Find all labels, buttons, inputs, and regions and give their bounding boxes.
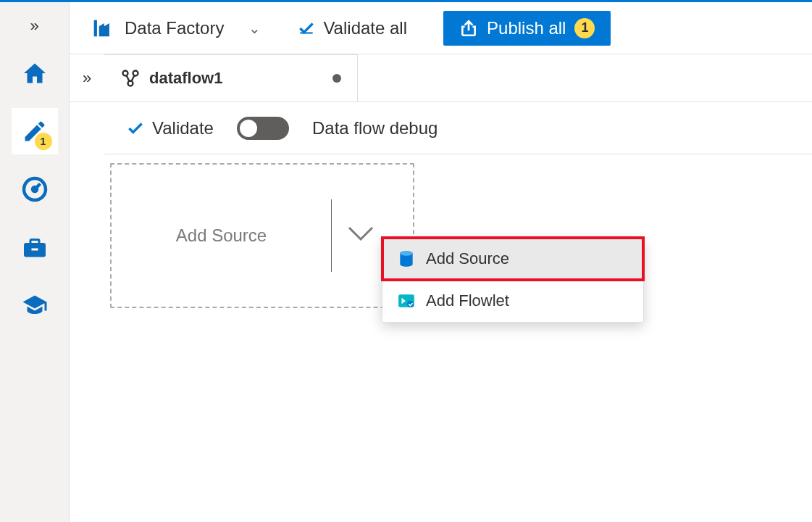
tab-row: » dataflow1 xyxy=(70,54,812,102)
chevron-down-icon xyxy=(346,225,375,242)
divider xyxy=(331,199,332,272)
tab-dirty-dot xyxy=(332,74,341,83)
checkmark-icon xyxy=(126,119,145,138)
add-source-menu: Add Source Add Flowlet xyxy=(382,237,644,323)
canvas-toolbar: Validate Data flow debug xyxy=(104,102,812,154)
database-icon xyxy=(397,249,416,268)
toolbox-icon xyxy=(22,234,48,260)
dataflow-icon xyxy=(120,68,141,88)
validate-button[interactable]: Validate xyxy=(126,118,214,138)
nav-learn[interactable] xyxy=(12,282,58,328)
svg-point-7 xyxy=(400,251,412,256)
validate-label: Validate xyxy=(152,118,214,138)
nav-manage[interactable] xyxy=(12,224,58,270)
tab-dataflow1[interactable]: dataflow1 xyxy=(104,54,358,102)
menu-add-flowlet-label: Add Flowlet xyxy=(426,291,509,310)
debug-toggle[interactable] xyxy=(237,117,289,140)
svg-point-1 xyxy=(33,187,37,191)
nav-expand-icon[interactable]: » xyxy=(21,8,47,44)
add-source-label: Add Source xyxy=(112,225,331,246)
tab-label: dataflow1 xyxy=(149,69,222,88)
graduation-icon xyxy=(22,292,48,318)
nav-rail: » 1 xyxy=(0,2,70,522)
dataflow-canvas: Add Source xyxy=(104,154,812,522)
nav-author-badge: 1 xyxy=(35,133,52,150)
publish-badge: 1 xyxy=(574,18,595,38)
menu-add-source-label: Add Source xyxy=(426,249,509,268)
toolbar: Data Factory ⌄ Validate all Publish all … xyxy=(70,2,812,54)
nav-home[interactable] xyxy=(12,50,58,96)
tab-expand-icon[interactable]: » xyxy=(70,54,104,102)
add-source-dropdown[interactable] xyxy=(346,225,375,246)
home-icon xyxy=(22,60,48,86)
factory-icon xyxy=(90,16,114,41)
validate-all-button[interactable]: Validate all xyxy=(290,14,414,43)
publish-icon xyxy=(459,19,478,38)
breadcrumb[interactable]: Data Factory ⌄ xyxy=(90,16,261,41)
toggle-knob xyxy=(240,120,257,137)
add-source-box[interactable]: Add Source xyxy=(110,163,414,308)
breadcrumb-title: Data Factory xyxy=(125,18,224,38)
menu-add-source[interactable]: Add Source xyxy=(382,238,643,280)
flowlet-icon xyxy=(397,291,416,310)
chevron-down-icon[interactable]: ⌄ xyxy=(248,20,261,37)
svg-rect-2 xyxy=(31,249,38,251)
menu-add-flowlet[interactable]: Add Flowlet xyxy=(382,280,643,322)
nav-author[interactable]: 1 xyxy=(12,108,58,154)
gauge-icon xyxy=(22,176,48,202)
validate-all-label: Validate all xyxy=(323,18,407,38)
checkmark-icon xyxy=(297,19,316,38)
debug-label: Data flow debug xyxy=(312,118,438,138)
nav-monitor[interactable] xyxy=(12,166,58,212)
publish-all-label: Publish all xyxy=(487,18,566,38)
publish-all-button[interactable]: Publish all 1 xyxy=(443,11,611,46)
